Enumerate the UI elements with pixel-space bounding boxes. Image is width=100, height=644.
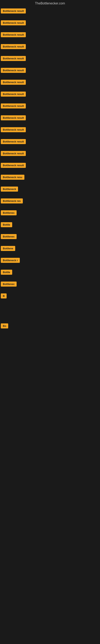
- list-item: Bottleneck result: [0, 19, 100, 31]
- bottleneck-badge[interactable]: Bottlenec: [1, 282, 17, 286]
- list-item: Bottleneck result: [0, 43, 100, 55]
- bottleneck-badge[interactable]: Bottlenec: [1, 234, 17, 239]
- bottleneck-badge[interactable]: Bottleneck resu: [1, 175, 24, 180]
- list-item: Bottleneck result: [0, 7, 100, 19]
- list-item: Bottlenec: [0, 233, 100, 245]
- bottleneck-badge[interactable]: Bottleneck res: [1, 198, 23, 204]
- list-item: Bottle: [0, 221, 100, 233]
- list-item: [0, 304, 100, 310]
- list-item: Bottleneck result: [0, 90, 100, 102]
- bottleneck-badge[interactable]: Bottleneck: [1, 186, 18, 192]
- list-item: [0, 334, 100, 340]
- bottleneck-badge[interactable]: B: [1, 294, 7, 298]
- list-item: Bottleneck result: [0, 31, 100, 43]
- bottleneck-badge[interactable]: Bottleneck result: [1, 115, 26, 120]
- bottleneck-badge[interactable]: Bottleneck result: [1, 68, 26, 73]
- list-item: Bottleneck result: [0, 162, 100, 174]
- site-title: TheBottlenecker.com: [0, 0, 100, 7]
- bottleneck-badge[interactable]: Bottle: [1, 270, 12, 275]
- list-item: [0, 310, 100, 316]
- list-item: Bottlenec: [0, 280, 100, 292]
- list-item: Bottleneck r: [0, 256, 100, 268]
- list-item: Bottleneck: [0, 185, 100, 197]
- bottleneck-badge[interactable]: Bottle: [1, 222, 12, 227]
- list-item: Bottleneck result: [0, 102, 100, 114]
- list-item: [0, 346, 100, 352]
- bottleneck-badge[interactable]: Bo: [1, 324, 8, 328]
- list-item: Bottleneck resu: [0, 174, 100, 185]
- bottleneck-badge[interactable]: Bottleneck result: [1, 127, 26, 132]
- list-item: [0, 316, 100, 322]
- list-item: B: [0, 292, 100, 304]
- bottleneck-badge[interactable]: Bottleneck result: [1, 139, 26, 144]
- bottleneck-badge[interactable]: Bottleneck result: [1, 151, 26, 156]
- list-item: Bottle: [0, 268, 100, 280]
- bottleneck-badge[interactable]: Bottleneck result: [1, 56, 26, 61]
- list-item: Bottleneck result: [0, 114, 100, 126]
- bottleneck-badge[interactable]: Bottleneck result: [1, 8, 26, 14]
- bottleneck-badge[interactable]: Bottleneck result: [1, 80, 26, 85]
- list-item: Bottleneck result: [0, 126, 100, 138]
- list-item: Bottlene: [0, 245, 100, 256]
- list-item: Bottlenec: [0, 209, 100, 221]
- bottleneck-badge[interactable]: Bottleneck result: [1, 92, 26, 96]
- bottleneck-badge[interactable]: Bottleneck result: [1, 104, 26, 108]
- bottleneck-badge[interactable]: Bottlenec: [1, 210, 17, 215]
- site-title-container: TheBottlenecker.com: [0, 0, 100, 7]
- bottleneck-badge[interactable]: Bottleneck result: [1, 44, 26, 49]
- list-item: [0, 340, 100, 346]
- list-item: Bo: [0, 322, 100, 334]
- list-item: Bottleneck result: [0, 138, 100, 150]
- list-item: Bottleneck res: [0, 197, 100, 209]
- bottleneck-badge[interactable]: Bottleneck result: [1, 32, 26, 37]
- bottleneck-badge[interactable]: Bottleneck result: [1, 163, 26, 168]
- list-item: Bottleneck result: [0, 78, 100, 90]
- list-item: Bottleneck result: [0, 150, 100, 162]
- bottleneck-badge[interactable]: Bottlene: [1, 246, 15, 251]
- items-list: Bottleneck resultBottleneck resultBottle…: [0, 7, 100, 352]
- list-item: Bottleneck result: [0, 66, 100, 78]
- list-item: Bottleneck result: [0, 55, 100, 66]
- bottleneck-badge[interactable]: Bottleneck result: [1, 20, 26, 25]
- bottleneck-badge[interactable]: Bottleneck r: [1, 258, 20, 263]
